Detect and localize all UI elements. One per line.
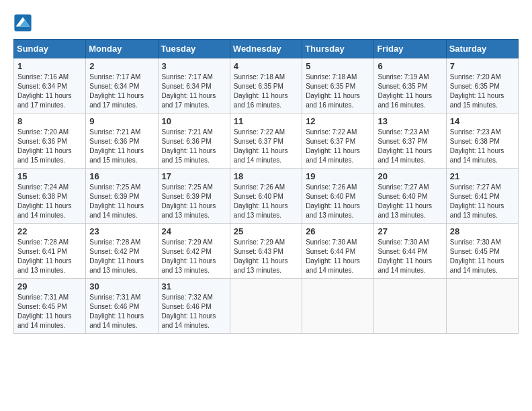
day-number: 16 [89, 171, 154, 181]
day-number: 26 [306, 226, 370, 236]
day-number: 12 [306, 116, 370, 126]
day-number: 30 [89, 281, 154, 291]
calendar-week-row: 29Sunrise: 7:31 AMSunset: 6:45 PMDayligh… [14, 279, 519, 334]
day-number: 8 [17, 116, 82, 126]
day-number: 19 [306, 171, 370, 181]
calendar-cell: 14Sunrise: 7:23 AMSunset: 6:38 PMDayligh… [446, 113, 518, 169]
calendar-cell: 9Sunrise: 7:21 AMSunset: 6:36 PMDaylight… [86, 113, 158, 169]
calendar-table: SundayMondayTuesdayWednesdayThursdayFrid… [13, 39, 519, 334]
day-info: Sunrise: 7:31 AMSunset: 6:45 PMDaylight:… [17, 293, 82, 330]
logo [13, 13, 35, 32]
calendar-cell: 13Sunrise: 7:23 AMSunset: 6:37 PMDayligh… [374, 113, 446, 169]
calendar-cell: 22Sunrise: 7:28 AMSunset: 6:41 PMDayligh… [14, 224, 86, 279]
day-number: 20 [378, 171, 442, 181]
day-info: Sunrise: 7:25 AMSunset: 6:39 PMDaylight:… [89, 183, 154, 220]
page-header [13, 13, 519, 32]
calendar-week-row: 22Sunrise: 7:28 AMSunset: 6:41 PMDayligh… [14, 224, 519, 279]
day-info: Sunrise: 7:26 AMSunset: 6:40 PMDaylight:… [306, 183, 370, 220]
day-number: 15 [17, 171, 82, 181]
day-info: Sunrise: 7:30 AMSunset: 6:45 PMDaylight:… [450, 238, 515, 275]
day-info: Sunrise: 7:23 AMSunset: 6:38 PMDaylight:… [450, 128, 515, 165]
day-number: 18 [234, 171, 298, 181]
calendar-cell: 17Sunrise: 7:25 AMSunset: 6:39 PMDayligh… [158, 169, 230, 224]
day-number: 22 [17, 226, 82, 236]
calendar-cell: 25Sunrise: 7:29 AMSunset: 6:43 PMDayligh… [230, 224, 302, 279]
weekday-header: Monday [86, 40, 158, 58]
day-info: Sunrise: 7:29 AMSunset: 6:43 PMDaylight:… [234, 238, 298, 275]
calendar-cell: 8Sunrise: 7:20 AMSunset: 6:36 PMDaylight… [14, 113, 86, 169]
day-info: Sunrise: 7:24 AMSunset: 6:38 PMDaylight:… [17, 183, 82, 220]
day-number: 17 [162, 171, 226, 181]
calendar-cell: 20Sunrise: 7:27 AMSunset: 6:40 PMDayligh… [374, 169, 446, 224]
day-info: Sunrise: 7:28 AMSunset: 6:41 PMDaylight:… [17, 238, 82, 275]
weekday-header: Wednesday [230, 40, 302, 58]
day-number: 2 [89, 61, 154, 71]
calendar-cell: 21Sunrise: 7:27 AMSunset: 6:41 PMDayligh… [446, 169, 518, 224]
logo-icon [13, 13, 32, 32]
day-info: Sunrise: 7:25 AMSunset: 6:39 PMDaylight:… [162, 183, 226, 220]
calendar-cell: 11Sunrise: 7:22 AMSunset: 6:37 PMDayligh… [230, 113, 302, 169]
calendar-cell: 2Sunrise: 7:17 AMSunset: 6:34 PMDaylight… [86, 58, 158, 113]
calendar-cell: 10Sunrise: 7:21 AMSunset: 6:36 PMDayligh… [158, 113, 230, 169]
calendar-cell: 6Sunrise: 7:19 AMSunset: 6:35 PMDaylight… [374, 58, 446, 113]
weekday-header: Tuesday [158, 40, 230, 58]
calendar-cell: 19Sunrise: 7:26 AMSunset: 6:40 PMDayligh… [302, 169, 374, 224]
day-info: Sunrise: 7:30 AMSunset: 6:44 PMDaylight:… [306, 238, 370, 275]
day-number: 5 [306, 61, 370, 71]
day-number: 1 [17, 61, 82, 71]
day-number: 31 [162, 281, 226, 291]
calendar-cell [302, 279, 374, 334]
day-info: Sunrise: 7:26 AMSunset: 6:40 PMDaylight:… [234, 183, 298, 220]
day-info: Sunrise: 7:20 AMSunset: 6:36 PMDaylight:… [17, 128, 82, 165]
weekday-header: Friday [374, 40, 446, 58]
calendar-cell: 12Sunrise: 7:22 AMSunset: 6:37 PMDayligh… [302, 113, 374, 169]
day-number: 13 [378, 116, 442, 126]
weekday-header: Thursday [302, 40, 374, 58]
calendar-week-row: 8Sunrise: 7:20 AMSunset: 6:36 PMDaylight… [14, 113, 519, 169]
day-info: Sunrise: 7:17 AMSunset: 6:34 PMDaylight:… [89, 73, 154, 110]
weekday-header: Sunday [14, 40, 86, 58]
calendar-cell: 29Sunrise: 7:31 AMSunset: 6:45 PMDayligh… [14, 279, 86, 334]
day-number: 25 [234, 226, 298, 236]
calendar-cell: 7Sunrise: 7:20 AMSunset: 6:35 PMDaylight… [446, 58, 518, 113]
day-number: 9 [89, 116, 154, 126]
calendar-cell: 4Sunrise: 7:18 AMSunset: 6:35 PMDaylight… [230, 58, 302, 113]
day-info: Sunrise: 7:21 AMSunset: 6:36 PMDaylight:… [162, 128, 226, 165]
day-number: 14 [450, 116, 515, 126]
day-number: 24 [162, 226, 226, 236]
calendar-cell [446, 279, 518, 334]
day-info: Sunrise: 7:22 AMSunset: 6:37 PMDaylight:… [306, 128, 370, 165]
day-number: 11 [234, 116, 298, 126]
calendar-cell: 28Sunrise: 7:30 AMSunset: 6:45 PMDayligh… [446, 224, 518, 279]
calendar-week-row: 1Sunrise: 7:16 AMSunset: 6:34 PMDaylight… [14, 58, 519, 113]
day-info: Sunrise: 7:31 AMSunset: 6:46 PMDaylight:… [89, 293, 154, 330]
day-info: Sunrise: 7:20 AMSunset: 6:35 PMDaylight:… [450, 73, 515, 110]
day-info: Sunrise: 7:30 AMSunset: 6:44 PMDaylight:… [378, 238, 442, 275]
day-info: Sunrise: 7:27 AMSunset: 6:40 PMDaylight:… [378, 183, 442, 220]
day-info: Sunrise: 7:29 AMSunset: 6:42 PMDaylight:… [162, 238, 226, 275]
day-number: 6 [378, 61, 442, 71]
calendar-cell: 16Sunrise: 7:25 AMSunset: 6:39 PMDayligh… [86, 169, 158, 224]
calendar-week-row: 15Sunrise: 7:24 AMSunset: 6:38 PMDayligh… [14, 169, 519, 224]
day-number: 23 [89, 226, 154, 236]
day-number: 3 [162, 61, 226, 71]
day-info: Sunrise: 7:16 AMSunset: 6:34 PMDaylight:… [17, 73, 82, 110]
day-info: Sunrise: 7:19 AMSunset: 6:35 PMDaylight:… [378, 73, 442, 110]
weekday-header: Saturday [446, 40, 518, 58]
weekday-header-row: SundayMondayTuesdayWednesdayThursdayFrid… [14, 40, 519, 58]
day-info: Sunrise: 7:18 AMSunset: 6:35 PMDaylight:… [306, 73, 370, 110]
calendar-cell: 3Sunrise: 7:17 AMSunset: 6:34 PMDaylight… [158, 58, 230, 113]
day-info: Sunrise: 7:27 AMSunset: 6:41 PMDaylight:… [450, 183, 515, 220]
day-info: Sunrise: 7:32 AMSunset: 6:46 PMDaylight:… [162, 293, 226, 330]
day-number: 21 [450, 171, 515, 181]
day-number: 29 [17, 281, 82, 291]
day-info: Sunrise: 7:18 AMSunset: 6:35 PMDaylight:… [234, 73, 298, 110]
day-info: Sunrise: 7:21 AMSunset: 6:36 PMDaylight:… [89, 128, 154, 165]
day-info: Sunrise: 7:17 AMSunset: 6:34 PMDaylight:… [162, 73, 226, 110]
calendar-cell: 5Sunrise: 7:18 AMSunset: 6:35 PMDaylight… [302, 58, 374, 113]
day-number: 4 [234, 61, 298, 71]
day-number: 7 [450, 61, 515, 71]
calendar-cell: 15Sunrise: 7:24 AMSunset: 6:38 PMDayligh… [14, 169, 86, 224]
day-info: Sunrise: 7:28 AMSunset: 6:42 PMDaylight:… [89, 238, 154, 275]
day-info: Sunrise: 7:23 AMSunset: 6:37 PMDaylight:… [378, 128, 442, 165]
